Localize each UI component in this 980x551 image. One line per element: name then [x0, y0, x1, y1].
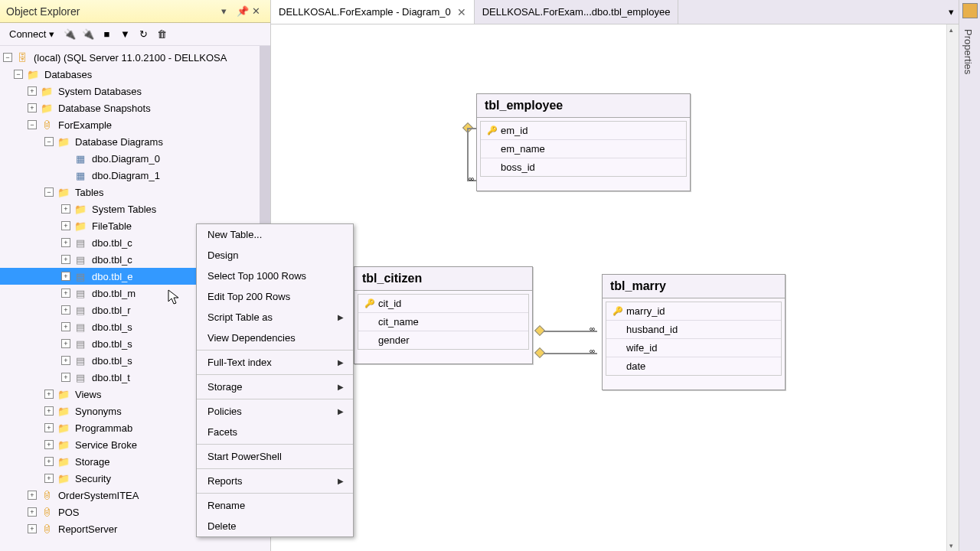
canvas-vertical-scrollbar[interactable]	[946, 24, 959, 551]
tree-scrollbar[interactable]	[260, 46, 270, 237]
diagram-column[interactable]: husband_id	[606, 321, 781, 339]
tabs-overflow-button[interactable]: ▾	[944, 0, 959, 24]
tree-node-diagram1[interactable]: ▦dbo.Diagram_1	[0, 167, 270, 184]
diagram-canvas[interactable]: tbl_employee 🔑em_id em_name boss_id ∞ tb…	[271, 24, 959, 551]
diagram-column[interactable]: em_name	[481, 140, 686, 158]
tab-diagram0[interactable]: DELLKOSAL.ForExample - Diagram_0 ✕	[271, 0, 475, 24]
properties-tab[interactable]: Properties	[959, 21, 977, 82]
filter-icon[interactable]: ▼	[117, 27, 132, 42]
relation-endpoint	[536, 327, 548, 339]
menu-select-top-1000[interactable]: Select Top 1000 Rows	[197, 266, 353, 286]
document-tabs: DELLKOSAL.ForExample - Diagram_0 ✕ DELLK…	[271, 0, 959, 24]
table-context-menu: New Table... Design Select Top 1000 Rows…	[196, 223, 354, 537]
menu-start-powershell[interactable]: Start PowerShell	[197, 446, 353, 467]
delete-tool-icon[interactable]: 🗑	[154, 27, 169, 42]
diagram-table-header[interactable]: tbl_marry	[603, 275, 785, 298]
menu-view-dependencies[interactable]: View Dependencies	[197, 328, 353, 348]
chevron-right-icon: ▶	[338, 477, 344, 485]
refresh-icon[interactable]: ↻	[136, 27, 151, 42]
diagram-column[interactable]: 🔑cit_id	[358, 295, 528, 313]
explorer-toolbar: Connect▾ 🔌 🔌 ■ ▼ ↻ 🗑	[0, 23, 270, 46]
menu-script-table-as[interactable]: Script Table as▶	[197, 307, 353, 328]
diagram-column[interactable]: date	[606, 357, 781, 375]
tree-node-database-diagrams[interactable]: −📁Database Diagrams	[0, 133, 270, 150]
tree-node-databases[interactable]: −📁Databases	[0, 66, 270, 83]
tree-node-server[interactable]: −🗄(local) (SQL Server 11.0.2100 - DELLKO…	[0, 49, 270, 66]
diagram-column[interactable]: 🔑marry_id	[606, 302, 781, 321]
tree-node-system-databases[interactable]: +📁System Databases	[0, 83, 270, 99]
relation-many-icon: ∞	[590, 347, 595, 355]
diagram-table-body: 🔑cit_id cit_name gender	[358, 294, 529, 350]
relation-line	[467, 128, 469, 180]
diagram-column[interactable]: cit_name	[358, 313, 528, 331]
relation-many-icon: ∞	[590, 324, 595, 333]
tree-node-diagram0[interactable]: ▦dbo.Diagram_0	[0, 150, 270, 167]
connect-button[interactable]: Connect▾	[5, 27, 59, 41]
diagram-table-header[interactable]: tbl_employee	[477, 94, 690, 118]
key-icon: 🔑	[487, 126, 501, 135]
disconnect-icon[interactable]: 🔌	[80, 27, 96, 42]
menu-facets[interactable]: Facets	[197, 422, 353, 442]
menu-separator	[197, 493, 353, 494]
menu-separator	[197, 374, 353, 375]
menu-separator	[197, 350, 353, 350]
chevron-right-icon: ▶	[338, 313, 344, 321]
tree-node-forexample-db[interactable]: −🛢ForExample	[0, 116, 270, 133]
tree-node-tables[interactable]: −📁Tables	[0, 184, 270, 201]
menu-reports[interactable]: Reports▶	[197, 471, 353, 491]
diagram-column[interactable]: gender	[358, 331, 528, 349]
tree-node-database-snapshots[interactable]: +📁Database Snapshots	[0, 99, 270, 116]
menu-storage[interactable]: Storage▶	[197, 377, 353, 397]
menu-edit-top-200[interactable]: Edit Top 200 Rows	[197, 286, 353, 307]
diagram-table-employee[interactable]: tbl_employee 🔑em_id em_name boss_id	[476, 93, 691, 191]
relation-endpoint	[536, 349, 548, 361]
tree-node-system-tables[interactable]: +📁System Tables	[0, 201, 270, 217]
relation-many-icon: ∞	[469, 174, 474, 183]
dropdown-icon[interactable]: ▾	[221, 5, 234, 18]
menu-separator	[197, 399, 353, 399]
diagram-table-body: 🔑em_id em_name boss_id	[480, 121, 687, 177]
tab-tbl-employee[interactable]: DELLKOSAL.ForExam...dbo.tbl_employee	[475, 0, 679, 24]
diagram-table-header[interactable]: tbl_citizen	[354, 267, 532, 291]
chevron-right-icon: ▶	[338, 383, 344, 391]
right-sidebar: Properties	[959, 0, 980, 551]
explorer-titlebar: Object Explorer ▾ 📌 ✕	[0, 0, 270, 23]
diagram-column[interactable]: boss_id	[481, 158, 686, 176]
menu-separator	[197, 468, 353, 469]
diagram-table-citizen[interactable]: tbl_citizen 🔑cit_id cit_name gender	[354, 266, 533, 364]
chevron-right-icon: ▶	[338, 407, 344, 416]
stop-icon[interactable]: ■	[99, 27, 114, 42]
key-icon: 🔑	[612, 306, 626, 316]
pin-icon[interactable]: 📌	[237, 5, 249, 18]
menu-design[interactable]: Design	[197, 245, 353, 266]
menu-rename[interactable]: Rename	[197, 495, 353, 516]
menu-new-table[interactable]: New Table...	[197, 224, 353, 245]
diagram-table-marry[interactable]: tbl_marry 🔑marry_id husband_id wife_id d…	[602, 274, 786, 390]
menu-policies[interactable]: Policies▶	[197, 401, 353, 422]
tab-close-icon[interactable]: ✕	[457, 6, 466, 18]
diagram-table-body: 🔑marry_id husband_id wife_id date	[606, 302, 782, 376]
close-icon[interactable]: ✕	[252, 5, 264, 18]
menu-delete[interactable]: Delete	[197, 516, 353, 536]
diagram-column[interactable]: 🔑em_id	[481, 122, 686, 140]
explorer-title: Object Explorer	[6, 5, 218, 18]
menu-fulltext-index[interactable]: Full-Text index▶	[197, 352, 353, 373]
relation-endpoint	[464, 124, 476, 136]
diagram-column[interactable]: wife_id	[606, 339, 781, 357]
key-icon: 🔑	[364, 298, 378, 308]
connect-object-icon[interactable]: 🔌	[62, 27, 77, 42]
menu-separator	[197, 444, 353, 445]
properties-icon[interactable]	[962, 3, 978, 18]
chevron-right-icon: ▶	[338, 358, 344, 367]
